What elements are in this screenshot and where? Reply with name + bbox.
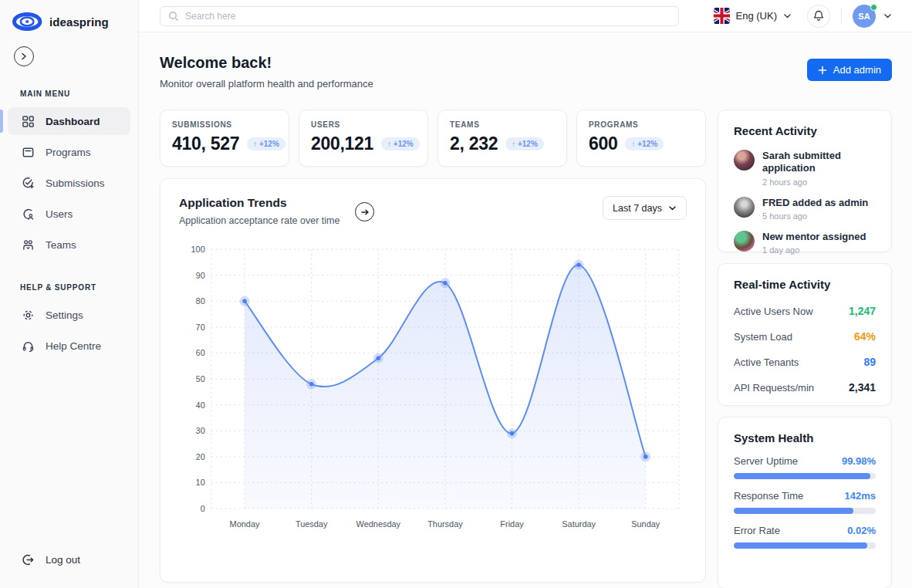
sidebar-collapse-button[interactable]	[14, 46, 34, 66]
stat-card-users[interactable]: USERS 200,121 ↑ +12%	[299, 110, 428, 167]
health-row: Server Uptime 99.98%	[734, 455, 876, 479]
svg-text:70: 70	[196, 323, 205, 332]
date-range-select[interactable]: Last 7 days	[603, 196, 687, 220]
health-value: 0.02%	[847, 525, 876, 536]
activity-item[interactable]: New mentor assigned 1 day ago	[734, 231, 876, 255]
logout-button[interactable]: Log out	[0, 553, 138, 588]
dashboard-grid-icon	[22, 115, 35, 128]
health-value: 99.98%	[842, 455, 876, 467]
health-label: Server Uptime	[734, 455, 798, 467]
activity-item[interactable]: FRED added as admin 5 hours ago	[734, 197, 876, 221]
sidebar-item-label: Programs	[46, 147, 91, 158]
stat-change-badge: ↑ +12%	[247, 137, 285, 150]
ideaspring-eye-logo-icon	[12, 12, 43, 31]
realtime-value: 1,247	[849, 305, 876, 317]
health-row: Response Time 142ms	[734, 490, 876, 514]
svg-text:Thursday: Thursday	[427, 519, 463, 529]
stats-row: SUBMISSIONS 410, 527 ↑ +12% USERS 200,12…	[160, 110, 706, 167]
topbar: Eng (UK) SA	[139, 0, 912, 32]
svg-text:Tuesday: Tuesday	[296, 519, 328, 529]
realtime-value: 2,341	[849, 381, 876, 394]
language-selector[interactable]: Eng (UK)	[714, 8, 792, 24]
check-circle-plus-icon	[22, 177, 35, 190]
chart-details-button[interactable]	[355, 202, 374, 221]
sidebar-item-dashboard[interactable]: Dashboard	[8, 107, 130, 135]
svg-text:10: 10	[196, 478, 205, 487]
svg-text:Friday: Friday	[500, 519, 524, 529]
activity-text: New mentor assigned	[762, 231, 866, 243]
chart-title: Application Trends	[179, 196, 339, 210]
activity-item[interactable]: Sarah submitted application 2 hours ago	[734, 150, 876, 187]
profile-chevron-down-icon[interactable]	[883, 12, 892, 20]
svg-text:50: 50	[196, 374, 205, 384]
realtime-value: 64%	[854, 330, 876, 343]
chevron-right-icon	[19, 52, 29, 61]
realtime-row: Active Tenants 89	[734, 356, 876, 368]
user-shield-icon	[22, 208, 35, 221]
search-box[interactable]	[160, 6, 679, 26]
user-avatar[interactable]: SA	[853, 5, 876, 28]
system-health-card: System Health Server Uptime 99.98%	[718, 417, 892, 588]
headset-icon	[22, 340, 35, 353]
search-input[interactable]	[185, 11, 670, 22]
stat-label: SUBMISSIONS	[172, 120, 277, 129]
recent-activity-title: Recent Activity	[734, 124, 876, 137]
sidebar-item-settings[interactable]: Settings	[8, 301, 130, 329]
brand-logo: ideaspring	[0, 0, 138, 35]
recent-activity-card: Recent Activity Sarah submitted applicat…	[718, 110, 892, 252]
chevron-down-icon	[668, 204, 677, 212]
notifications-button[interactable]	[807, 5, 830, 28]
search-icon	[168, 11, 179, 22]
svg-text:Monday: Monday	[230, 519, 260, 529]
chevron-down-icon	[783, 12, 792, 20]
page-subtitle: Monitor overall platform health and perf…	[160, 78, 373, 90]
sidebar-item-submissions[interactable]: Submissions	[8, 169, 130, 197]
section-label-help-support: HELP & SUPPORT	[0, 283, 138, 292]
realtime-value: 89	[863, 356, 876, 368]
page-header: Welcome back! Monitor overall platform h…	[160, 54, 892, 90]
svg-text:100: 100	[191, 245, 205, 254]
sidebar-item-teams[interactable]: Teams	[8, 231, 130, 259]
sidebar-item-label: Users	[46, 208, 73, 220]
realtime-row: API Requests/min 2,341	[734, 381, 876, 394]
system-health-title: System Health	[734, 431, 876, 444]
health-progress-fill	[734, 473, 870, 479]
svg-text:Saturday: Saturday	[562, 519, 596, 529]
application-trends-card: Application Trends Application acceptanc…	[160, 178, 706, 583]
svg-text:30: 30	[196, 426, 205, 435]
realtime-row: Active Users Now 1,247	[734, 305, 876, 317]
sidebar-item-help-centre[interactable]: Help Centre	[8, 332, 130, 360]
stat-value: 200,121	[311, 133, 373, 154]
uk-flag-icon	[714, 8, 730, 24]
sidebar-item-users[interactable]: Users	[8, 200, 130, 228]
realtime-label: System Load	[734, 331, 792, 343]
programs-document-icon	[22, 146, 35, 159]
trend-chart[interactable]: 0102030405060708090100MondayTuesdayWedne…	[179, 238, 688, 546]
team-group-icon	[22, 238, 35, 252]
help-support-nav: Settings Help Centre	[0, 299, 138, 361]
realtime-row: System Load 64%	[734, 330, 876, 343]
bell-icon	[813, 10, 824, 22]
activity-time: 5 hours ago	[762, 211, 868, 221]
date-range-label: Last 7 days	[613, 203, 662, 214]
logout-icon	[22, 553, 35, 566]
stat-change-badge: ↑ +12%	[381, 137, 420, 150]
realtime-activity-title: Real-time Activity	[734, 278, 876, 291]
add-admin-button[interactable]: Add admin	[807, 59, 892, 81]
stat-change-badge: ↑ +12%	[505, 137, 544, 150]
activity-time: 1 day ago	[762, 245, 866, 255]
activity-time: 2 hours ago	[762, 177, 876, 187]
right-column: Recent Activity Sarah submitted applicat…	[718, 110, 892, 588]
sidebar-item-programs[interactable]: Programs	[8, 138, 130, 166]
stat-label: USERS	[311, 120, 416, 129]
stat-card-teams[interactable]: TEAMS 2, 232 ↑ +12%	[437, 110, 567, 167]
svg-text:60: 60	[196, 348, 205, 357]
sidebar-item-label: Dashboard	[46, 116, 100, 127]
health-progress-fill	[734, 508, 853, 514]
sidebar: ideaspring MAIN MENU Dashboard Programs	[0, 0, 139, 588]
svg-text:Sunday: Sunday	[631, 519, 660, 529]
stat-card-submissions[interactable]: SUBMISSIONS 410, 527 ↑ +12%	[160, 110, 289, 167]
main-area: Eng (UK) SA	[139, 0, 912, 588]
arrow-right-circle-icon	[360, 208, 370, 217]
stat-card-programs[interactable]: PROGRAMS 600 ↑ +12%	[576, 110, 706, 167]
